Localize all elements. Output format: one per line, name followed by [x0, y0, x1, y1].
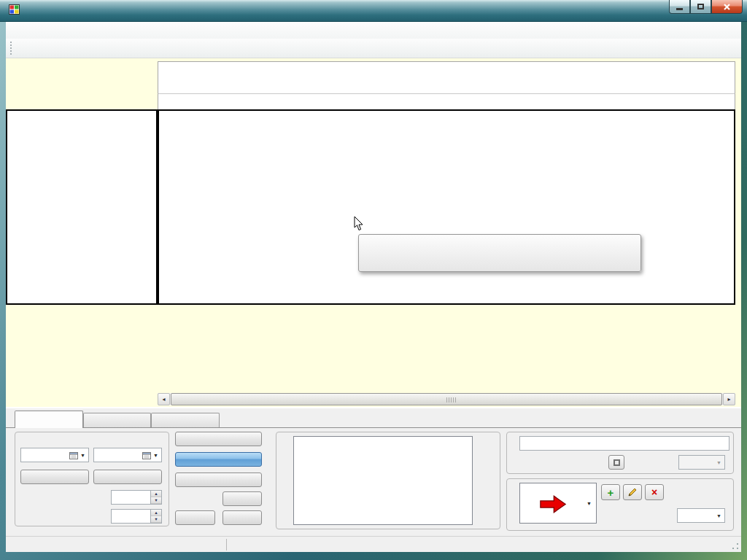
resize-grip-icon[interactable]	[732, 542, 739, 550]
entfernen-symbole-button[interactable]	[222, 510, 262, 525]
date-to-field[interactable]: ▼	[93, 448, 162, 462]
pencil-icon	[628, 488, 637, 497]
tab-legende[interactable]	[83, 413, 151, 427]
calendar-header-spacer	[158, 93, 735, 109]
dropdown-arrow-icon: ▼	[713, 513, 724, 518]
text-einfuegen-button[interactable]	[175, 452, 262, 467]
close-button[interactable]	[711, 0, 743, 14]
app-icon	[9, 4, 20, 17]
spinner-arrows-icon[interactable]: ▲▼	[150, 510, 161, 523]
symbol-dropdown-arrow-icon[interactable]: ▼	[587, 501, 592, 506]
date-from-field[interactable]: ▼	[20, 448, 89, 462]
menu-bar	[6, 22, 741, 39]
minimize-icon	[676, 8, 683, 10]
text-input[interactable]	[519, 436, 729, 451]
event-tooltip	[358, 234, 641, 272]
maximize-button[interactable]	[690, 0, 711, 14]
toolbar	[6, 39, 741, 58]
close-icon	[723, 3, 731, 11]
scrollbar-thumb[interactable]	[171, 393, 722, 405]
date-to-dropdown-icon[interactable]: ▼	[153, 453, 158, 458]
title-bar	[0, 0, 747, 22]
entfernen-farben-button[interactable]	[222, 491, 262, 506]
tab-bearbeiten[interactable]	[15, 411, 83, 428]
calendar-grid	[158, 109, 735, 305]
symbol-delete-button[interactable]: ×	[645, 484, 664, 500]
calendar-row-labels	[6, 109, 158, 305]
symbol-dropdown[interactable]: ▼	[519, 483, 597, 524]
status-bar	[6, 536, 741, 552]
symbol-edit-button[interactable]	[623, 484, 642, 500]
calendar-icon	[69, 451, 78, 459]
text-frame-button[interactable]	[608, 455, 624, 470]
dropdown-arrow-icon: ▼	[713, 460, 724, 465]
frame-icon	[614, 459, 620, 466]
plus-icon: +	[608, 486, 614, 499]
text-transparenz-combo[interactable]: ▼	[678, 455, 725, 470]
symbol-add-button[interactable]: +	[601, 484, 620, 500]
mouse-cursor	[354, 217, 365, 234]
symbole-transparenz-combo[interactable]: ▼	[677, 508, 725, 523]
schriftart-button[interactable]	[20, 470, 89, 484]
spinner-arrows-icon[interactable]: ▲▼	[150, 491, 161, 504]
calendar-day-header	[158, 79, 735, 93]
scroll-right-button[interactable]: ▸	[723, 393, 735, 405]
farbmarkierungen-list[interactable]	[293, 436, 473, 525]
horizontal-scrollbar[interactable]: ◂ ▸	[158, 393, 735, 405]
tab-statistik[interactable]	[151, 413, 220, 427]
date-from-dropdown-icon[interactable]: ▼	[80, 453, 85, 458]
scrollbar-grip-icon	[446, 397, 457, 402]
delete-x-icon: ×	[651, 486, 657, 498]
breite-tag-spinner[interactable]: ▲▼	[111, 490, 162, 505]
red-arrow-symbol-icon	[539, 495, 567, 513]
toolbar-grip	[10, 42, 13, 55]
entfernen-texte-button[interactable]	[175, 510, 215, 525]
symbol-einfuegen-button[interactable]	[175, 472, 262, 487]
status-separator	[226, 539, 227, 551]
maximize-icon	[697, 4, 704, 9]
optionen-button[interactable]	[93, 470, 162, 484]
tab-strip-line	[6, 427, 741, 428]
farbmarkierung-einfuegen-button[interactable]	[175, 432, 262, 446]
scroll-left-button[interactable]: ◂	[158, 393, 170, 405]
breite-spalte-spinner[interactable]: ▲▼	[111, 509, 162, 524]
calendar-icon	[142, 451, 151, 459]
calendar-month-title	[158, 61, 735, 79]
minimize-button[interactable]	[669, 0, 690, 14]
